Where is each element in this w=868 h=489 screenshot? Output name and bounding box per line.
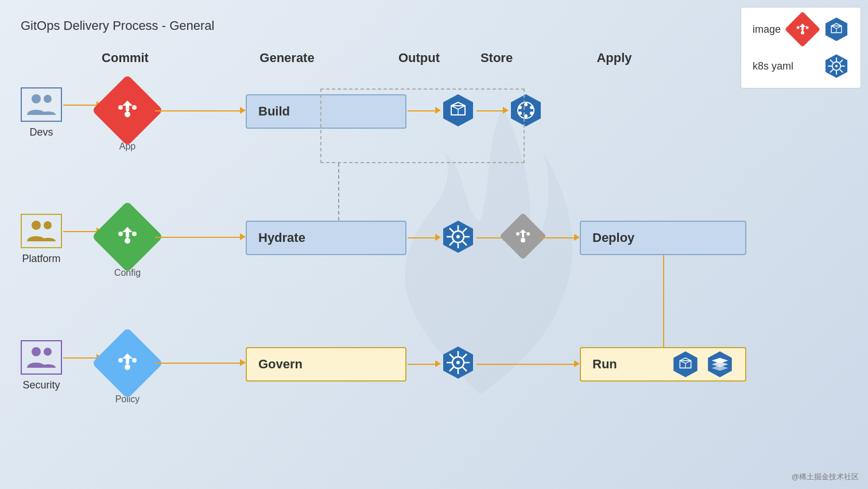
col-store: Store [480,51,513,66]
config-diamond [102,211,153,262]
policy-diamond-wrapper: Policy [102,338,153,405]
svg-point-37 [125,364,130,370]
helm-hex-icon [441,220,475,254]
hydrate-box: Hydrate [246,221,406,255]
svg-point-35 [32,347,41,356]
govern-box: Govern [246,347,406,382]
svg-point-54 [801,31,804,34]
gitgray-to-deploy-arrow [541,237,575,238]
hydrate-to-helm-arrowhead [435,234,441,241]
helm3-to-run-arrow [476,364,575,365]
helm-icon-wrapper [441,220,475,256]
deploy-box: Deploy [580,221,746,255]
config-diamond-wrapper: Config [102,211,153,278]
policy-to-govern-arrowhead [240,359,246,366]
svg-point-33 [526,232,530,236]
legend-image-row: image [753,17,849,42]
policy-git-logo [113,349,142,378]
actor-devs: Devs [21,87,62,138]
svg-point-4 [132,105,137,110]
git-gray-logo [513,226,533,247]
config-git-logo [113,222,142,251]
legend-image-icon [790,17,815,42]
app-git-logo [113,96,142,125]
actor-platform: Platform [21,214,62,265]
security-label: Security [22,379,60,391]
svg-point-3 [125,111,130,117]
app-diamond [102,85,153,136]
dotted-rect-1 [320,88,525,163]
svg-point-0 [32,94,41,103]
col-commit: Commit [102,51,149,66]
actor-security: Security [21,340,62,391]
git-gray-diamond [506,220,540,253]
app-diamond-wrapper: App [102,85,153,152]
security-to-policy-arrow [63,357,98,359]
platform-label: Platform [22,253,60,265]
policy-diamond [102,338,153,388]
svg-point-56 [796,26,799,29]
devs-to-app-arrow [63,105,98,106]
main-container: GitOps Delivery Process - General Commit… [0,0,868,489]
svg-point-15 [530,111,533,115]
svg-point-32 [521,238,525,242]
legend-k8s-label: k8s yaml [753,60,793,72]
svg-point-1 [44,95,52,103]
helm3-hex-icon [441,345,475,380]
config-to-hydrate-arrowhead [240,233,246,240]
svg-point-23 [456,235,460,238]
svg-point-39 [118,358,123,363]
col-apply: Apply [596,51,631,66]
col-generate: Generate [259,51,314,66]
legend-git-red [795,21,811,37]
devs-label: Devs [29,126,53,138]
legend-image-label: image [753,24,781,36]
svg-point-16 [32,221,41,230]
dotted-v-arrow [338,163,339,226]
run-box: Run [580,347,746,382]
devs-people-svg [26,92,57,117]
config-to-hydrate-arrow [155,237,241,238]
git-gray-wrapper [506,220,540,253]
govern-to-helm3-arrow [408,364,436,365]
platform-icon [21,214,62,248]
page-title: GitOps Delivery Process - General [21,18,214,33]
security-people-svg [26,345,57,370]
svg-point-20 [118,232,123,236]
legend-k8s-row: k8s yaml [753,53,849,79]
svg-point-38 [132,358,137,363]
helm3-icon-wrapper [441,345,475,382]
svg-point-36 [44,348,52,356]
platform-people-svg [26,218,57,244]
svg-point-18 [125,238,130,244]
legend-cube-icon [824,17,849,42]
svg-point-19 [132,232,137,236]
svg-point-34 [516,232,520,236]
svg-point-13 [530,106,533,109]
govern-to-helm3-arrowhead [435,360,441,367]
svg-point-61 [835,65,838,67]
platform-to-config-arrow [63,231,98,232]
run-cube-icon [672,351,699,378]
svg-point-17 [44,221,52,229]
col-output: Output [398,51,440,66]
helm-to-gitgray-arrow [476,237,504,238]
legend-box: image k8s yaml [741,7,861,88]
app-to-build-arrow [155,110,241,111]
app-to-build-arrowhead [240,107,246,114]
policy-to-govern-arrow [155,363,241,364]
helm3-to-run-arrowhead [574,360,580,367]
legend-k8s-icon [824,53,849,79]
devs-icon [21,87,62,122]
hydrate-to-helm-arrow [408,237,436,238]
deploy-to-run-v-arrow [663,255,664,356]
security-icon [21,340,62,375]
svg-point-42 [456,361,460,364]
run-stack-icon [706,351,734,378]
gitgray-to-deploy-arrowhead [574,234,580,241]
footer-watermark: @稀土掘金技术社区 [792,472,859,482]
svg-point-55 [805,26,808,29]
svg-point-5 [118,105,123,110]
